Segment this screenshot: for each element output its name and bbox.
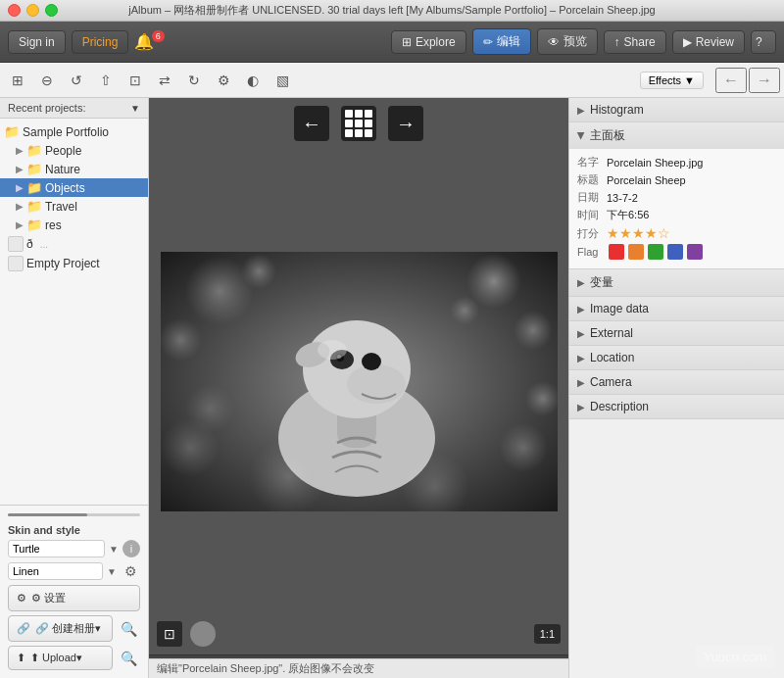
effects-button[interactable]: Effects ▼	[640, 72, 704, 89]
flip-button[interactable]: ⇄	[151, 67, 178, 94]
camera-header[interactable]: ▶ Camera	[569, 370, 784, 394]
contrast-button[interactable]: ◐	[239, 67, 267, 94]
leaf-icon	[8, 236, 24, 252]
tree-portfolio-root[interactable]: 📁 Sample Portfolio	[0, 122, 148, 141]
image-data-label: Image data	[590, 302, 649, 315]
fit-zoom-button[interactable]: ⊡	[157, 621, 182, 647]
location-label: Location	[590, 351, 634, 364]
histogram-section: ▶ Histogram	[569, 98, 784, 122]
date-value: 13-7-2	[607, 192, 776, 204]
edit-icon: ✏	[483, 35, 493, 49]
crop-button[interactable]: ⊡	[122, 67, 149, 94]
flag-blue[interactable]	[667, 244, 683, 260]
search-button-2[interactable]: 🔍	[117, 647, 140, 670]
edit-button[interactable]: ✏ 编辑	[472, 28, 531, 55]
rotate-right-button[interactable]: ↻	[180, 67, 208, 94]
rotate-left-button[interactable]: ↺	[63, 67, 90, 94]
settings-icon-btn[interactable]: ⚙	[210, 67, 237, 94]
minimize-button[interactable]	[26, 4, 39, 17]
undo-button[interactable]: ←	[715, 68, 747, 93]
description-header[interactable]: ▶ Description	[569, 395, 784, 418]
skin-select[interactable]: Turtle Clean Formal	[8, 540, 105, 557]
preview-button[interactable]: 👁 预览	[537, 28, 598, 55]
sidebar-item-objects[interactable]: ▶ 📁 Objects	[0, 178, 148, 197]
sidebar-item-nature[interactable]: ▶ 📁 Nature	[0, 160, 148, 178]
external-section: ▶ External	[569, 321, 784, 346]
actual-size-button[interactable]: 1:1	[534, 624, 561, 644]
expand-arrow-res: ▶	[16, 219, 24, 230]
grid-view-button[interactable]: ⊞	[4, 67, 31, 94]
photo-bottom-bar: ⊡ 1:1	[149, 613, 568, 654]
svg-point-17	[362, 353, 381, 370]
location-header[interactable]: ▶ Location	[569, 346, 784, 369]
status-text: 编辑"Porcelain Sheep.jpg". 原始图像不会改变	[157, 661, 374, 676]
settings-button[interactable]: ⚙ ⚙ 设置	[8, 585, 140, 611]
star-rating[interactable]: ★★★★☆	[607, 225, 776, 241]
external-header[interactable]: ▶ External	[569, 321, 784, 345]
search-button-1[interactable]: 🔍	[117, 617, 140, 641]
location-triangle: ▶	[577, 353, 585, 363]
sidebar-item-leaf1[interactable]: ð ...	[0, 234, 148, 254]
skin-select-row: Turtle Clean Formal ▼ i	[8, 540, 140, 557]
main-layout: Recent projects: ▼ 📁 Sample Portfolio ▶ …	[0, 98, 784, 678]
flag-red[interactable]	[609, 244, 624, 260]
upload-icon: ⬆	[17, 652, 25, 664]
maximize-button[interactable]	[45, 4, 58, 17]
image-data-header[interactable]: ▶ Image data	[569, 297, 784, 320]
variables-header[interactable]: ▶ 变量	[569, 269, 784, 296]
portfolio-folder-icon: 📁	[4, 124, 20, 139]
image-data-section: ▶ Image data	[569, 297, 784, 321]
location-section: ▶ Location	[569, 346, 784, 370]
zoom-circle-button[interactable]	[190, 621, 216, 647]
close-button[interactable]	[8, 4, 21, 17]
sign-in-button[interactable]: Sign in	[8, 30, 66, 54]
expand-arrow-travel: ▶	[16, 201, 24, 212]
sidebar-item-people[interactable]: ▶ 📁 People	[0, 141, 148, 160]
style-settings-button[interactable]: ⚙	[121, 561, 140, 581]
zoom-controls: ⊡	[157, 621, 216, 647]
res-folder-icon: 📁	[26, 218, 42, 232]
pricing-button[interactable]: Pricing	[72, 30, 129, 54]
next-photo-button[interactable]: →	[388, 106, 423, 141]
share-button[interactable]: ↑ Share	[604, 30, 666, 54]
explore-button[interactable]: ⊞ Explore	[391, 30, 466, 54]
flag-orange[interactable]	[628, 244, 644, 260]
sidebar-item-empty-project[interactable]: Empty Project	[0, 254, 148, 273]
upload-button[interactable]: ⬆ ⬆ Upload▾	[8, 646, 113, 670]
adjust-button[interactable]: ▧	[269, 67, 296, 94]
style-select[interactable]: Linen Default Dark	[8, 562, 103, 580]
title-row: 标题 Porcelain Sheep	[577, 172, 776, 187]
sidebar-bottom: Skin and style Turtle Clean Formal ▼ i L…	[0, 505, 148, 678]
flag-green[interactable]	[648, 244, 663, 260]
skin-info-button[interactable]: i	[122, 540, 140, 557]
window-title: jAlbum – 网络相册制作者 UNLICENSED. 30 trial da…	[128, 3, 655, 18]
camera-section: ▶ Camera	[569, 370, 784, 395]
recent-projects-dropdown[interactable]: ▼	[130, 103, 140, 114]
redo-button[interactable]: →	[749, 68, 780, 93]
create-album-button[interactable]: 🔗 🔗 创建相册▾	[8, 615, 113, 642]
style-dropdown-arrow: ▼	[107, 566, 117, 577]
nature-folder-icon: 📁	[26, 162, 42, 176]
variables-section: ▶ 变量	[569, 269, 784, 297]
help-button[interactable]: ?	[751, 30, 776, 54]
svg-point-3	[514, 311, 553, 350]
explore-icon: ⊞	[402, 35, 412, 49]
sidebar-item-travel[interactable]: ▶ 📁 Travel	[0, 197, 148, 216]
photo-image	[161, 252, 558, 511]
mainboard-header[interactable]: ▶ 主面板	[569, 122, 784, 149]
review-button[interactable]: ▶ Review	[672, 30, 745, 54]
title-value: Porcelain Sheep	[607, 174, 776, 186]
settings-gear-icon: ⚙	[17, 592, 26, 605]
histogram-header[interactable]: ▶ Histogram	[569, 98, 784, 121]
grid-view-photo-button[interactable]	[341, 106, 376, 141]
export-button[interactable]: ⇧	[92, 67, 120, 94]
variables-label: 变量	[590, 274, 613, 291]
flag-purple[interactable]	[687, 244, 703, 260]
expand-arrow-objects: ▶	[16, 182, 24, 193]
minus-button[interactable]: ⊖	[33, 67, 61, 94]
sidebar-item-res[interactable]: ▶ 📁 res	[0, 216, 148, 234]
prev-photo-button[interactable]: ←	[294, 106, 329, 141]
camera-label: Camera	[590, 375, 632, 389]
camera-triangle: ▶	[577, 377, 585, 388]
preview-icon: 👁	[548, 35, 560, 49]
